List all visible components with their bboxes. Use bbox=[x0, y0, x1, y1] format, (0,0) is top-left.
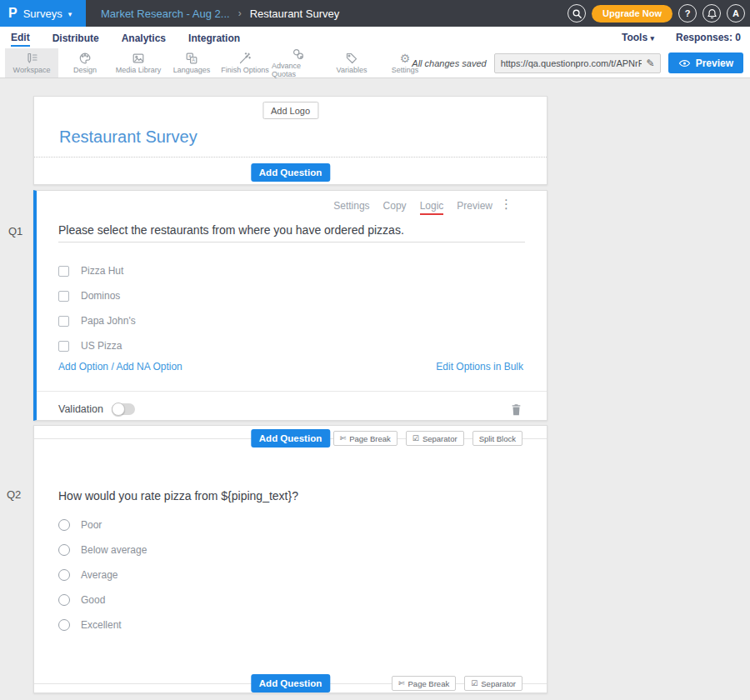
nav-tab-integration[interactable]: Integration bbox=[188, 29, 240, 46]
edit-url-pencil-icon[interactable]: ✎ bbox=[642, 58, 660, 69]
survey-url-value[interactable]: https://qa.questionpro.com/t/APNrFZgR bbox=[495, 58, 642, 68]
survey-canvas: Q1 Q2 Add Logo Restaurant Survey Add Que… bbox=[0, 78, 750, 700]
surveys-product-menu[interactable]: P Surveys ▾ bbox=[0, 0, 86, 27]
toolbar-item-variables[interactable]: Variables bbox=[325, 48, 378, 78]
option-row: Excellent bbox=[58, 612, 147, 638]
page-break-button[interactable]: ✄Page Break bbox=[392, 676, 456, 691]
account-avatar[interactable]: A bbox=[727, 4, 745, 22]
separator-button[interactable]: ☑Separator bbox=[464, 676, 522, 691]
radio-button[interactable] bbox=[58, 619, 70, 631]
option-row: Papa John's bbox=[58, 308, 525, 333]
toolbar-item-design[interactable]: Design bbox=[58, 48, 112, 78]
nav-tab-distribute[interactable]: Distribute bbox=[52, 29, 99, 46]
option-row: Good bbox=[58, 588, 147, 612]
question-text-q1[interactable]: Please select the restaurants from where… bbox=[58, 223, 525, 237]
option-label[interactable]: Average bbox=[81, 569, 118, 581]
upgrade-now-button[interactable]: Upgrade Now bbox=[592, 5, 672, 22]
search-button[interactable] bbox=[568, 4, 586, 22]
tab-copy[interactable]: Copy bbox=[383, 200, 407, 215]
survey-block-2: Add Question ✄Page Break ☑Separator Spli… bbox=[33, 425, 548, 693]
palette-icon bbox=[78, 52, 92, 65]
tools-menu[interactable]: Tools ▾ bbox=[622, 32, 654, 43]
option-row: US Pizza bbox=[58, 333, 525, 358]
validation-row: Validation bbox=[58, 398, 522, 420]
insert-buttons: ✄Page Break ☑Separator Split Block bbox=[333, 431, 522, 446]
insert-buttons: ✄Page Break ☑Separator bbox=[392, 676, 522, 691]
add-question-button-middle[interactable]: Add Question bbox=[251, 429, 330, 448]
validation-toggle[interactable] bbox=[112, 403, 135, 415]
responses-count[interactable]: Responses: 0 bbox=[676, 32, 741, 43]
nav-tab-edit[interactable]: Edit bbox=[11, 28, 30, 47]
answer-options-q1: Pizza Hut Dominos Papa John's US Pizza bbox=[58, 258, 525, 358]
option-label[interactable]: US Pizza bbox=[81, 340, 122, 352]
image-icon bbox=[132, 52, 145, 65]
separator-icon: ☑ bbox=[412, 434, 419, 442]
option-label[interactable]: Pizza Hut bbox=[81, 265, 123, 277]
separator-button[interactable]: ☑Separator bbox=[406, 431, 464, 446]
survey-title[interactable]: Restaurant Survey bbox=[59, 128, 198, 147]
question-text-q2[interactable]: How would you rate pizza from ${piping_t… bbox=[58, 489, 298, 502]
split-block-button[interactable]: Split Block bbox=[472, 431, 522, 446]
scissors-icon: ✄ bbox=[340, 434, 347, 442]
question-action-tabs: Settings Copy Logic Preview bbox=[333, 200, 492, 215]
toggle-knob bbox=[112, 402, 125, 416]
page-break-button[interactable]: ✄Page Break bbox=[333, 431, 398, 446]
eye-icon bbox=[678, 59, 691, 68]
toolbar-item-finish-options[interactable]: Finish Options bbox=[218, 48, 272, 78]
toolbar-item-languages[interactable]: aA Languages bbox=[165, 48, 218, 78]
link-separator: / bbox=[108, 361, 116, 372]
questionpro-logo-icon: P bbox=[8, 7, 18, 20]
radio-button[interactable] bbox=[58, 544, 70, 556]
breadcrumb-folder[interactable]: Market Research - Aug 2... bbox=[101, 8, 230, 20]
checkbox[interactable] bbox=[58, 341, 69, 352]
survey-header-card: Add Logo Restaurant Survey Add Question bbox=[33, 96, 548, 185]
add-option-link[interactable]: Add Option bbox=[58, 361, 108, 372]
trash-icon bbox=[511, 403, 522, 416]
checkbox[interactable] bbox=[58, 291, 69, 302]
option-links-row: Add Option / Add NA Option Edit Options … bbox=[58, 361, 523, 372]
tab-settings[interactable]: Settings bbox=[333, 200, 369, 215]
option-row: Pizza Hut bbox=[58, 258, 525, 283]
option-row: Below average bbox=[58, 538, 147, 562]
option-label[interactable]: Dominos bbox=[81, 290, 120, 302]
bell-icon bbox=[707, 8, 718, 19]
question-card-q1: Settings Copy Logic Preview ⋮ Please sel… bbox=[33, 190, 548, 421]
radio-button[interactable] bbox=[58, 519, 70, 531]
option-label[interactable]: Poor bbox=[81, 519, 102, 531]
option-label[interactable]: Good bbox=[81, 594, 105, 606]
toolbar-item-media-library[interactable]: Media Library bbox=[112, 48, 165, 78]
radio-button[interactable] bbox=[58, 594, 70, 606]
add-question-button-top[interactable]: Add Question bbox=[251, 163, 330, 182]
add-question-button-bottom[interactable]: Add Question bbox=[251, 674, 330, 692]
dotted-divider bbox=[34, 157, 547, 158]
add-na-option-link[interactable]: Add NA Option bbox=[116, 361, 182, 372]
option-label[interactable]: Papa John's bbox=[81, 315, 136, 327]
breadcrumb-current: Restaurant Survey bbox=[250, 8, 340, 20]
toolbar-right: All changes saved https://qa.questionpro… bbox=[412, 48, 743, 78]
more-options-icon[interactable]: ⋮ bbox=[500, 198, 512, 210]
toolbar-item-advance-quotas[interactable]: Advance Quotas bbox=[272, 48, 325, 78]
option-label[interactable]: Below average bbox=[81, 544, 147, 556]
chevron-down-icon: ▾ bbox=[650, 34, 654, 42]
help-button[interactable]: ? bbox=[678, 4, 697, 22]
option-label[interactable]: Excellent bbox=[81, 619, 122, 631]
validation-label: Validation bbox=[58, 403, 103, 415]
survey-url-field[interactable]: https://qa.questionpro.com/t/APNrFZgR ✎ bbox=[494, 53, 661, 73]
checkbox[interactable] bbox=[58, 316, 69, 327]
tab-logic[interactable]: Logic bbox=[420, 200, 444, 215]
breadcrumb-separator-icon: › bbox=[238, 8, 242, 19]
checkbox[interactable] bbox=[58, 266, 69, 277]
radio-button[interactable] bbox=[58, 569, 70, 581]
option-row: Average bbox=[58, 562, 147, 588]
tab-preview[interactable]: Preview bbox=[457, 200, 492, 215]
preview-button[interactable]: Preview bbox=[668, 52, 743, 73]
insert-bar-2: Add Question ✄Page Break ☑Separator bbox=[34, 671, 547, 696]
toolbar-item-workspace[interactable]: Workspace bbox=[5, 48, 58, 78]
add-logo-button[interactable]: Add Logo bbox=[262, 102, 318, 119]
question-number-q2: Q2 bbox=[7, 488, 21, 501]
nav-tab-analytics[interactable]: Analytics bbox=[122, 29, 166, 46]
notifications-button[interactable] bbox=[702, 4, 721, 22]
search-icon bbox=[572, 8, 582, 19]
edit-options-in-bulk-link[interactable]: Edit Options in Bulk bbox=[436, 361, 523, 372]
delete-question-button[interactable] bbox=[511, 403, 522, 416]
